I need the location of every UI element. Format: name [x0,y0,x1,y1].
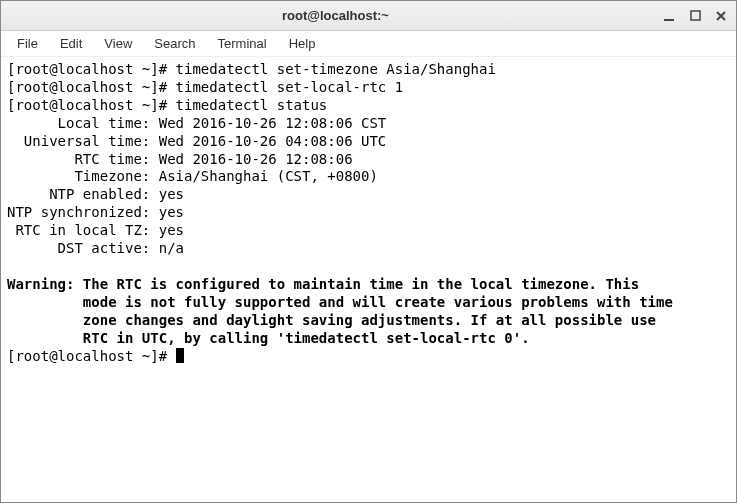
warning-label: Warning: [7,276,83,292]
close-icon [715,10,727,22]
warning-text: The RTC is configured to maintain time i… [7,276,673,346]
close-button[interactable] [714,9,728,23]
output-text: Local time: Wed 2016-10-26 12:08:06 CST … [7,115,386,256]
minimize-icon [663,10,675,22]
command-text: timedatectl status [176,97,328,113]
prompt: [root@localhost ~]# [7,97,176,113]
window-controls [662,9,728,23]
menu-edit[interactable]: Edit [50,33,92,54]
window-titlebar: root@localhost:~ [1,1,736,31]
minimize-button[interactable] [662,9,676,23]
menu-view[interactable]: View [94,33,142,54]
prompt: [root@localhost ~]# [7,79,176,95]
prompt: [root@localhost ~]# [7,348,176,364]
svg-rect-1 [691,11,700,20]
menu-search[interactable]: Search [144,33,205,54]
command-text: timedatectl set-local-rtc 1 [176,79,404,95]
menu-terminal[interactable]: Terminal [208,33,277,54]
terminal-cursor [176,348,184,363]
prompt: [root@localhost ~]# [7,61,176,77]
menu-file[interactable]: File [7,33,48,54]
maximize-icon [690,10,701,21]
terminal-output[interactable]: [root@localhost ~]# timedatectl set-time… [1,57,736,502]
maximize-button[interactable] [688,9,702,23]
window-title: root@localhost:~ [9,8,662,23]
menu-help[interactable]: Help [279,33,326,54]
menubar: File Edit View Search Terminal Help [1,31,736,57]
command-text: timedatectl set-timezone Asia/Shanghai [176,61,496,77]
